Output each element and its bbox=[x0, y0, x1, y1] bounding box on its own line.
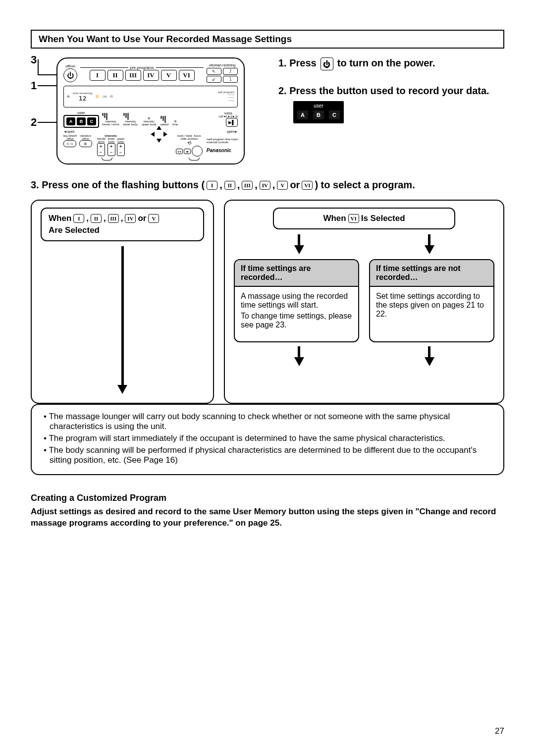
user-label: user bbox=[63, 110, 99, 115]
cond1-text2: To change time settings, please see page… bbox=[241, 312, 352, 329]
custom-program-title: Creating a Customized Program bbox=[31, 493, 504, 503]
open-left-label: ◄open bbox=[63, 130, 75, 133]
voice-button[interactable]: ▶▌ bbox=[226, 118, 238, 127]
remote-diagram: 3 1 2 off/on ⏻ pre-programs bbox=[31, 57, 249, 164]
result-item-2: The program will start immediately if th… bbox=[44, 433, 491, 443]
program-5-button[interactable]: V bbox=[161, 70, 177, 81]
user-buttons-inline: user A B C bbox=[293, 101, 344, 123]
program-6-button[interactable]: VI bbox=[179, 70, 195, 81]
program-3-button[interactable]: III bbox=[125, 70, 141, 81]
custom-program-text: Adjust settings as desired and record to… bbox=[31, 506, 504, 529]
ottoman-label: ottoman reclining bbox=[207, 63, 238, 67]
brand-label: Panasonic bbox=[207, 148, 238, 153]
callout-1: 1 bbox=[31, 79, 37, 92]
flow-left: When I, II, III, IV or V Are Selected bbox=[31, 200, 214, 404]
when-1-5-box: When I, II, III, IV or V Are Selected bbox=[41, 208, 204, 241]
roman-4-icon: IV bbox=[260, 181, 270, 190]
program-2-button[interactable]: II bbox=[107, 70, 123, 81]
time-recorded-box: If time settings are recorded… A massage… bbox=[234, 259, 359, 342]
program-4-button[interactable]: IV bbox=[143, 70, 159, 81]
lower-intensity-stepper[interactable]: +− bbox=[107, 143, 115, 156]
recline-up-button[interactable]: ⤴ bbox=[223, 68, 238, 75]
result-item-1: The massage lounger will carry out body … bbox=[44, 412, 491, 432]
section-title: When You Want to Use Your Recorded Massa… bbox=[31, 30, 504, 49]
power-icon: ⏻ bbox=[321, 57, 333, 70]
focus-button[interactable] bbox=[192, 146, 203, 157]
when-6-box: When VI Is Selected bbox=[273, 208, 455, 229]
recline-down-button[interactable]: ⤵ bbox=[223, 76, 238, 83]
result-item-3: The body scanning will be performed if p… bbox=[44, 445, 491, 465]
open-right-label: open► bbox=[226, 130, 238, 133]
user-a-button[interactable]: A bbox=[66, 117, 75, 125]
ottoman-up-button[interactable]: ↖ bbox=[207, 68, 221, 75]
cond1-text1: A massage using the recorded time settin… bbox=[241, 292, 352, 310]
leg-stretch-button[interactable]: ⊂⊃ bbox=[63, 140, 76, 147]
roman-5-icon: V bbox=[277, 181, 288, 190]
roman-1-icon: I bbox=[207, 181, 217, 190]
roman-3-icon: III bbox=[242, 181, 253, 190]
upper-intensity-stepper[interactable]: +− bbox=[117, 143, 125, 156]
user-b-inline: B bbox=[312, 109, 325, 120]
roman-2-icon: II bbox=[224, 181, 235, 190]
arrow-down-icon bbox=[41, 246, 204, 394]
result-box: The massage lounger will carry out body … bbox=[31, 404, 504, 475]
user-b-button[interactable]: B bbox=[77, 117, 86, 125]
voice-label: voice bbox=[219, 111, 238, 115]
user-c-button[interactable]: C bbox=[87, 117, 96, 125]
ottoman-down-button[interactable]: ↙ bbox=[207, 76, 221, 83]
page-number: 27 bbox=[495, 726, 504, 736]
user-buttons: A B C bbox=[63, 115, 99, 128]
pre-programs-label: pre-programs bbox=[130, 65, 154, 70]
step-3: 3. Press one of the flashing buttons ( I… bbox=[31, 179, 504, 191]
user-a-inline: A bbox=[296, 109, 309, 120]
step-1: 1. Press ⏻ to turn on the power. bbox=[278, 57, 504, 70]
flow-right: When VI Is Selected If time settings are… bbox=[224, 200, 504, 404]
step-2: 2. Press the button used to record your … bbox=[278, 84, 504, 123]
hands-intensity-stepper[interactable]: +− bbox=[97, 143, 105, 156]
display-screen: ⊕ time remaining 12 🔆 OK ⟲ self program … bbox=[63, 86, 238, 108]
callout-2: 2 bbox=[31, 116, 37, 129]
vibration-button[interactable]: ≋ bbox=[79, 140, 92, 147]
callout-3: 3 bbox=[31, 54, 37, 66]
time-not-recorded-box: If time settings are not recorded… Set t… bbox=[369, 259, 494, 342]
roman-6-icon: VI bbox=[302, 181, 313, 190]
off-on-label: off/on bbox=[63, 64, 77, 68]
program-1-button[interactable]: I bbox=[90, 70, 106, 81]
user-c-inline: C bbox=[328, 109, 341, 120]
power-button[interactable]: ⏻ bbox=[63, 68, 77, 82]
